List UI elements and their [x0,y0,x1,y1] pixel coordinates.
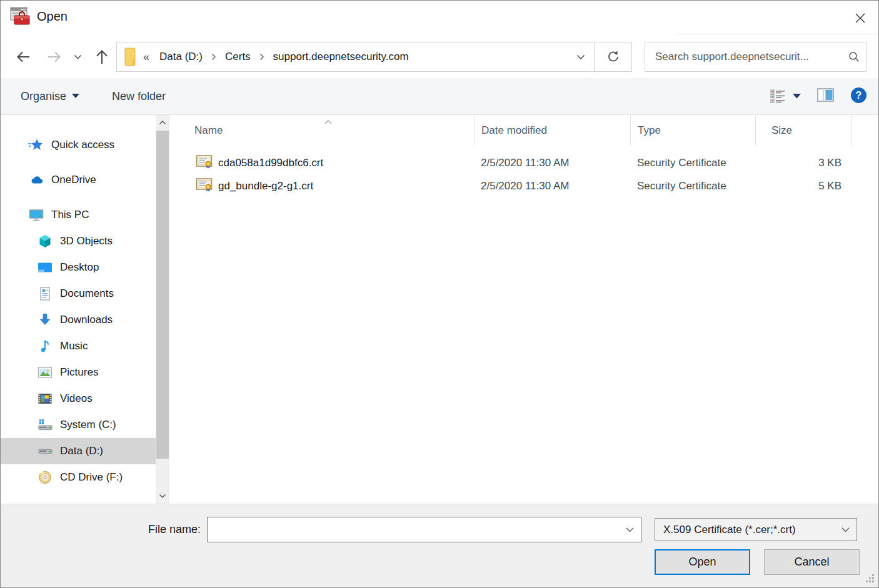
address-bar[interactable]: « Data (D:) Certs support.deepnetsecurit… [116,42,632,72]
new-folder-button[interactable]: New folder [112,90,166,103]
sidebar-item-onedrive[interactable]: OneDrive [1,167,156,193]
file-name-dropdown-chevron-icon[interactable] [618,527,641,532]
file-row[interactable]: cda058a1d99dbfc6.crt 2/5/2020 11:30 AM S… [169,151,878,174]
breadcrumb-item-drive[interactable]: Data (D:) [157,51,205,63]
sidebar-item-documents[interactable]: Documents [1,281,156,307]
organise-dropdown-triangle-icon [72,94,79,99]
sidebar-item-label: Quick access [51,139,114,151]
sidebar-item-label: CD Drive (F:) [60,471,123,484]
resize-grip[interactable] [866,574,875,586]
sidebar-item-cd-drive-f[interactable]: CD Drive (F:) [1,464,156,491]
sidebar-item-label: Data (D:) [60,445,103,457]
back-icon[interactable] [11,44,36,69]
quick-access-star-icon [28,137,45,152]
system-drive-icon [37,417,54,432]
sidebar-item-label: Documents [60,287,114,300]
close-icon[interactable] [851,9,870,27]
file-type: Security Certificate [630,157,755,169]
details-view-icon [770,89,786,103]
navigation-pane: Quick access OneDrive Th [1,115,156,504]
folder-icon [124,47,137,66]
file-name-label: File name: [94,517,201,542]
file-name-input[interactable] [208,517,618,542]
column-headers: Name Date modified Type Size [169,115,878,146]
sidebar-item-label: This PC [51,209,89,221]
sidebar-item-data-d[interactable]: Data (D:) [1,438,156,464]
sidebar-item-3d-objects[interactable]: 3D Objects [1,228,156,254]
organise-label: Organise [21,90,66,103]
document-page-icon [37,286,54,301]
breadcrumb: « Data (D:) Certs support.deepnetsecurit… [117,42,568,71]
file-type-value: X.509 Certificate (*.cer;*.crt) [663,524,796,536]
certificate-file-icon [196,177,213,195]
sidebar-item-label: OneDrive [51,174,96,186]
file-name: cda058a1d99dbfc6.crt [218,157,323,169]
desktop-screen-icon [37,260,54,275]
this-pc-monitor-icon [28,207,45,222]
sidebar-item-quick-access[interactable]: Quick access [1,132,156,158]
file-name-combo [207,517,641,542]
view-dropdown-triangle-icon [793,94,801,99]
sidebar-item-label: Pictures [60,366,98,379]
scroll-down-icon[interactable] [156,489,169,504]
sidebar-item-label: Videos [60,392,93,405]
sidebar-item-this-pc[interactable]: This PC [1,202,156,228]
title-bar: Open [1,1,878,36]
cd-disc-icon [37,470,54,485]
up-icon[interactable] [89,44,114,69]
forward-icon[interactable] [42,44,67,69]
file-type-select[interactable]: X.509 Certificate (*.cer;*.crt) [655,518,857,541]
open-button[interactable]: Open [655,549,750,575]
column-header-date-modified[interactable]: Date modified [474,115,630,146]
column-header-spacer [851,115,878,146]
column-header-type[interactable]: Type [630,115,755,146]
new-folder-label: New folder [112,90,166,103]
certificate-file-icon [196,154,213,172]
svg-text:?: ? [856,90,862,101]
sidebar-item-label: Downloads [60,314,113,326]
refresh-icon[interactable] [594,42,631,71]
open-file-dialog: Open « [0,0,879,588]
sort-ascending-icon [324,116,333,127]
breadcrumb-separator-icon [259,53,264,61]
file-date-modified: 2/5/2020 11:30 AM [474,180,630,192]
3d-cube-icon [37,234,54,249]
column-header-size[interactable]: Size [755,115,851,146]
file-date-modified: 2/5/2020 11:30 AM [474,157,630,169]
organise-button[interactable]: Organise [21,90,79,103]
scrollbar-thumb[interactable] [156,131,169,459]
change-view-button[interactable] [770,89,801,103]
sidebar-item-music[interactable]: Music [1,333,156,359]
sidebar-item-pictures[interactable]: Pictures [1,359,156,386]
search-box [645,42,866,72]
main-area: Quick access OneDrive Th [1,115,878,504]
sidebar-item-system-c[interactable]: System (C:) [1,412,156,438]
file-size: 5 KB [755,180,851,192]
search-icon[interactable] [842,51,866,63]
sidebar-item-downloads[interactable]: Downloads [1,307,156,333]
open-button-label: Open [688,556,716,569]
file-type: Security Certificate [630,180,755,192]
mmc-console-icon [9,7,32,27]
preview-pane-icon[interactable] [817,88,834,104]
address-dropdown-chevron-icon[interactable] [568,42,594,71]
dialog-title: Open [37,9,68,24]
file-name: gd_bundle-g2-g1.crt [218,180,313,192]
scroll-up-icon[interactable] [156,115,169,130]
recent-locations-chevron-icon[interactable] [68,44,87,69]
picture-frame-icon [37,365,54,380]
cancel-button[interactable]: Cancel [764,549,860,575]
help-icon[interactable]: ? [850,87,867,106]
navigation-bar: « Data (D:) Certs support.deepnetsecurit… [1,36,878,78]
search-input[interactable] [645,51,842,63]
sidebar-item-label: 3D Objects [60,235,113,247]
column-header-name[interactable]: Name [169,115,474,146]
breadcrumb-item-certs[interactable]: Certs [223,51,253,63]
breadcrumb-item-folder[interactable]: support.deepnetsecurity.com [271,51,411,63]
file-row[interactable]: gd_bundle-g2-g1.crt 2/5/2020 11:30 AM Se… [169,174,878,197]
sidebar-item-label: Music [60,340,88,352]
sidebar-scrollbar[interactable] [156,115,169,504]
sidebar-item-desktop[interactable]: Desktop [1,254,156,281]
breadcrumb-overflow-chevron[interactable]: « [143,51,149,64]
sidebar-item-videos[interactable]: Videos [1,386,156,412]
